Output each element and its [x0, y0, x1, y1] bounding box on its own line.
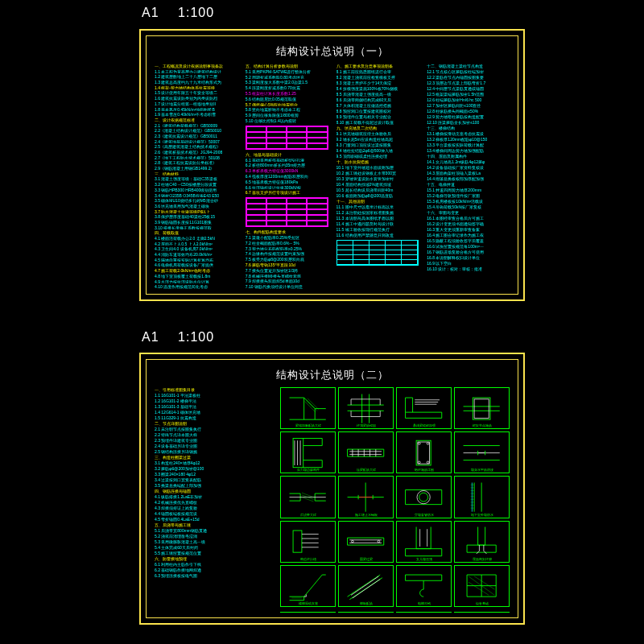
sheet1-col-3: 十二、钢筋混凝土梁柱节点构造12.1 节点核心区箍筋按柱端加密12.2 梁筋在节… — [427, 64, 510, 289]
note-line: 1.2 16G101-2 楼梯平法 — [155, 398, 275, 403]
svg-point-9 — [419, 493, 428, 502]
note-line: 15.4 吊钩荷载50kN按厂家复核 — [427, 204, 510, 209]
note-line: 6.4 筏板厚度1200mm配筋双层双向 — [246, 174, 328, 179]
note-line: 十二、钢筋混凝土梁柱节点构造 — [427, 64, 510, 68]
detail-caption: 楼梯滑动支座 — [283, 601, 333, 605]
note-line: 16.1 本图经审查合格后方可施工 — [427, 216, 510, 221]
detail-cell: 框架节点箍筋 — [454, 387, 510, 429]
note-line: 1.4 框架-剪力墙结构体系抗震等级 — [155, 85, 237, 90]
sheet2-label: A1 1:100 — [142, 330, 214, 345]
note-line: 12.10 连梁箍筋全长加密≤100 — [427, 120, 510, 125]
note-line: 六、防雷接地预埋 — [155, 556, 275, 561]
note-line: 14.1 女儿墙高1.2m纵筋4φ12箍φ — [427, 159, 510, 164]
note-line: 三、结构材料 — [155, 171, 237, 176]
note-line: 十一、其他说明 — [336, 199, 419, 204]
note-line: 十四、屋面及附属构件 — [427, 154, 510, 159]
note-line: 7.1 梁最小配筋率0.25%受拉区 — [246, 235, 328, 240]
detail-caption: 后浇带大样 — [283, 513, 333, 517]
note-line: 2.2《混凝土结构设计规范》GB50010 — [155, 128, 237, 133]
sheet2-textcol: 一、引用标准图集目录1.1 16G101-1 平法梁板柱1.2 16G101-2… — [155, 387, 275, 613]
svg-point-13 — [378, 540, 380, 543]
note-line: 12.8 柱纵筋接头同截面≤50% — [427, 109, 510, 114]
note-line: 9.3 门窗洞口顶应设过梁按图集 — [336, 142, 419, 147]
note-line: 二、设计依据规范标准 — [155, 118, 237, 122]
note-line: 6.3 单桩承载力特征值3000kN — [246, 168, 328, 173]
svg-point-6 — [419, 461, 421, 464]
note-line: 五、后浇带与施工缝 — [155, 522, 275, 527]
detail-cell: 楼梯滑动支座 — [280, 565, 336, 607]
detail-caption: 柱顶梁筋锚固 — [341, 423, 391, 427]
note-line: 5.3 梁刚度放大系数中梁2.0边梁1.5 — [246, 80, 328, 85]
note-line: 15.1 井道四周剪力墙厚200mm — [427, 188, 510, 192]
note-line: 10.3 穿墙管道设防水套管加密封 — [336, 176, 419, 181]
note-line: 6.7 基坑支护另行专项设计施工 — [246, 190, 328, 195]
detail-caption: 施工缝止水钢板 — [341, 513, 391, 517]
note-line: 7.3 剪力墙分布筋配筋率≥0.25% — [246, 246, 328, 251]
note-line: 7.5 板受力筋φ8@200双层双向底 — [246, 257, 328, 262]
note-line: 11.2 未注明处按国家标准图集施 — [336, 210, 419, 215]
note-line: 六、地基与基础设计 — [246, 152, 328, 157]
note-line: 5.7 偶然偏心5%双向地震组合 — [246, 102, 328, 107]
detail-cell: 梯板配筋 — [338, 565, 394, 607]
detail-caption: 地下室外墙防水 — [456, 513, 507, 517]
note-line: 8.7 大体积混凝土应做温控措施 — [336, 103, 419, 108]
note-line: 4.3 卫生间4.0 设备机房7.0kN/m² — [155, 246, 237, 251]
note-line: 8.2 混凝土浇筑前应检查模板支撑 — [336, 75, 419, 80]
sheet1-inner: 结构设计总说明（一） 一、工程概况及设计依据说明事项条款1.1 本工程为某高层办… — [146, 35, 518, 295]
note-line: 3.1 混凝土强度等级：基础C35梁板 — [155, 176, 237, 181]
note-line: 7.8 机械连接I级接头直螺纹套筒 — [246, 274, 328, 279]
detail-cell: 剪力墙边缘构件 — [280, 431, 336, 473]
note-line: 2.3 预埋件详建筑专业图 — [155, 438, 275, 443]
sheet2-frame: 结构设计总说明（二） 一、引用标准图集目录1.1 16G101-1 平法梁板柱1… — [139, 353, 525, 625]
note-line: 8.1 施工前应熟悉图纸进行会审 — [336, 69, 419, 74]
note-line: 1.5 设计使用年限五十年安全等级二 — [155, 90, 237, 95]
note-line: 5.10 位移比控制1.4以内扭转 — [246, 118, 328, 123]
detail-cell: 后浇带大样 — [280, 476, 336, 518]
note-line: 4.5 隔墙自重按实际计算折算均布 — [155, 258, 237, 262]
note-line: 12.6 柱端箍筋加密Hn/6 hc 500 — [427, 97, 510, 102]
note-line: 11.5 竣工验收按现行规范执行 — [336, 227, 419, 232]
note-line: 14.4 雨篷悬挑板根部加厚配加强 — [427, 176, 510, 181]
detail-cell: 墙身水平筋搭接 — [454, 431, 510, 473]
note-line: 6.1 利用柱内主筋作引下线 — [155, 562, 275, 567]
detail-cell: 集水坑大样 — [454, 612, 510, 613]
note-line: 2.1《建筑结构荷载规范》GB50009 — [155, 123, 237, 128]
note-line: 1.9 基本雪压0.40kN/m²不考虑积雪 — [155, 112, 237, 117]
note-line: 一、工程概况及设计依据说明事项条款 — [155, 64, 237, 68]
detail-caption: 穿墙套管防水 — [398, 513, 449, 517]
note-line: 16.7 钢筋进场复验合格方可使用 — [427, 250, 510, 254]
note-line: 5.5 框架柱计算长度系数1.25 — [246, 91, 328, 96]
note-line: 8.10 施工荷载不得超过设计取值 — [336, 120, 419, 125]
detail-caption: 圈梁过梁 — [341, 557, 391, 561]
detail-cell: 穿墙套管防水 — [396, 476, 452, 518]
note-line: 7.9 焊接接头双面焊5d单面10d — [246, 279, 328, 283]
note-line: 十、防水抗裂措施 — [336, 159, 419, 164]
note-line: 四、荷载取值 — [155, 230, 237, 235]
note-line: 3.8 保护层厚度基础40梁柱25板15 — [155, 214, 237, 219]
note-line: 3.6 填充墙采用加气混凝土砌块 — [155, 204, 237, 208]
note-line: 6.3 预埋连接板按电气图 — [155, 573, 275, 578]
note-line: 5.4 主体完成60天后封闭 — [155, 545, 275, 550]
sheet2-bottom-row: 基础桩头大样承台配筋筏板变厚集水坑大样 — [280, 612, 510, 613]
svg-point-7 — [427, 461, 430, 464]
note-line: 4.10 温度作用按规范简化考虑 — [155, 284, 237, 289]
note-line: 4.4 消防车道等效均布20.0kN/m² — [155, 252, 237, 257]
svg-point-4 — [419, 442, 421, 444]
note-line: 15.3 机房楼板按10kN/m²活载设 — [427, 199, 510, 204]
note-line: 8.5 后浇带混凝土强度提高一级 — [336, 92, 419, 97]
note-line: 7.2 柱全截面配筋率0.6%～5% — [246, 241, 328, 246]
note-line: 五、结构计算分析参数与说明 — [246, 64, 328, 68]
note-line: 12.2 梁筋在节点内锚固按图集要 — [427, 75, 510, 80]
note-line: 10.2 施工缝处设钢板止水带300宽 — [336, 171, 419, 175]
note-line: 3.9 钢筋锚固长度按11G101图集 — [155, 220, 237, 225]
param-table — [246, 126, 328, 150]
note-line: 5.6 结构阻尼比0.05规范取值 — [246, 97, 328, 101]
note-line: 一、引用标准图集目录 — [155, 387, 275, 392]
note-line: 1.3 建筑总高度约九十九米结构形式为 — [155, 80, 237, 85]
sheet2-size: A1 — [142, 330, 159, 344]
note-line: 1.4 12G614-1 砌体填充墙 — [155, 410, 275, 415]
param-table — [246, 197, 328, 227]
note-line: 14.3 屋面构架柱顶锚入梁板La — [427, 171, 510, 175]
note-line: 14.2 设备基础按厂家资料复核设 — [427, 165, 510, 170]
sheet1-columns: 一、工程概况及设计依据说明事项条款1.1 本工程为某高层办公建筑结构设计1.2 … — [155, 64, 510, 289]
